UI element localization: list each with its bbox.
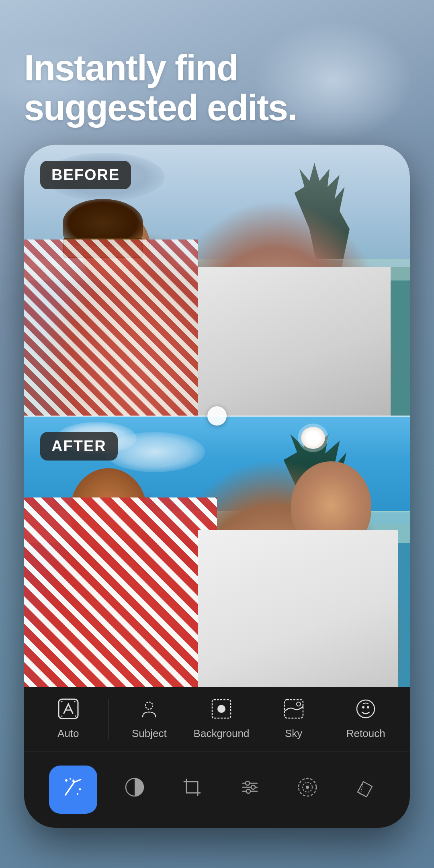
- heading-line1: Instantly find: [24, 48, 238, 88]
- retouch-icon: [355, 698, 376, 723]
- tab-retouch-label: Retouch: [346, 727, 385, 740]
- crop-button[interactable]: [172, 770, 212, 810]
- subject-icon: [139, 698, 160, 723]
- mask-icon: [124, 777, 145, 802]
- tab-subject[interactable]: Subject: [113, 687, 186, 751]
- before-label: BEFORE: [40, 161, 131, 189]
- adjust-button[interactable]: [230, 770, 270, 810]
- svg-point-10: [65, 779, 68, 782]
- tab-retouch[interactable]: Retouch: [330, 687, 402, 751]
- svg-point-11: [79, 788, 81, 790]
- svg-rect-15: [186, 782, 198, 793]
- svg-rect-4: [217, 705, 225, 713]
- main-heading: Instantly find suggested edits.: [24, 48, 297, 128]
- phone-inner: BEFORE AFTER: [24, 145, 410, 828]
- bottom-toolbar: Auto Subject: [24, 687, 410, 828]
- tab-background-label: Background: [194, 727, 250, 740]
- tab-sky[interactable]: Sky: [258, 687, 330, 751]
- tab-auto-label: Auto: [57, 727, 79, 740]
- tab-auto[interactable]: Auto: [32, 687, 104, 751]
- phone-frame: BEFORE AFTER: [24, 145, 410, 828]
- eraser-icon: [354, 777, 375, 802]
- svg-point-2: [145, 702, 153, 709]
- before-sweater: [198, 267, 391, 416]
- eraser-button[interactable]: [345, 770, 385, 810]
- tab-separator: [108, 699, 109, 739]
- svg-point-21: [246, 789, 250, 793]
- edit-tabs-row: Auto Subject: [24, 687, 410, 751]
- svg-point-20: [251, 785, 255, 789]
- magic-wand-icon: [62, 776, 84, 803]
- after-image: AFTER: [24, 416, 410, 687]
- comparison-handle[interactable]: [207, 406, 227, 426]
- image-comparison: BEFORE AFTER: [24, 145, 410, 687]
- after-sweater: [198, 530, 398, 688]
- svg-point-9: [367, 706, 369, 708]
- background-icon: [211, 698, 232, 723]
- heading-line2: suggested edits.: [24, 88, 297, 128]
- selective-icon: [297, 777, 318, 802]
- adjust-icon: [240, 777, 260, 802]
- mask-button[interactable]: [115, 770, 155, 810]
- svg-point-12: [77, 793, 78, 795]
- after-label: AFTER: [40, 432, 118, 461]
- svg-point-19: [246, 781, 250, 785]
- crop-icon: [182, 777, 203, 802]
- svg-point-24: [306, 786, 309, 789]
- auto-icon: [58, 698, 79, 723]
- sky-icon: [283, 698, 304, 723]
- after-shirt: [24, 497, 217, 688]
- svg-point-8: [362, 706, 364, 708]
- svg-point-13: [70, 778, 71, 780]
- before-shirt: [24, 240, 198, 416]
- selective-button[interactable]: [287, 770, 328, 810]
- tab-background[interactable]: Background: [185, 687, 258, 751]
- after-flower: [301, 427, 325, 449]
- action-bar: [24, 751, 410, 828]
- before-image: BEFORE: [24, 145, 410, 416]
- tab-sky-label: Sky: [285, 727, 302, 740]
- tab-subject-label: Subject: [132, 727, 167, 740]
- svg-point-6: [297, 702, 301, 706]
- magic-wand-button[interactable]: [49, 766, 97, 814]
